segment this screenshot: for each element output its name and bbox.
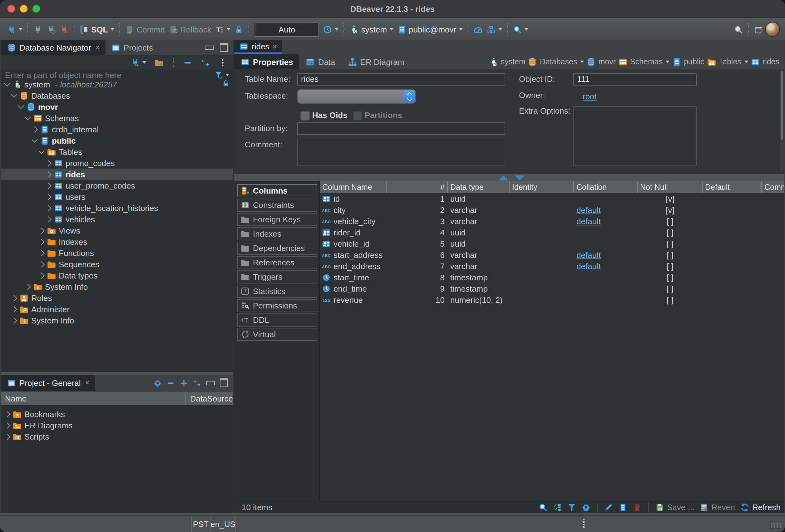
expander-chevron-right-icon[interactable] [45,194,52,200]
collapse-all-button[interactable] [181,56,194,68]
not-null-cell[interactable]: [v] [638,204,703,216]
not-null-cell[interactable]: [ ] [638,283,703,294]
column-row-vehicle-city[interactable]: ABCvehicle_city3varchardefault[ ] [320,216,784,227]
nav-new-connection-button[interactable] [129,56,148,68]
disconnect-button[interactable] [57,23,71,35]
column-row-rider-id[interactable]: rider_id4uuid[ ] [320,227,784,238]
new-connection-button[interactable] [5,23,24,35]
column-row-start-address[interactable]: ABCstart_address6varchardefault[ ] [320,249,784,260]
nav-new-folder-button[interactable] [152,56,166,68]
has-oids-checkbox[interactable] [300,111,310,121]
minimize-panel-icon[interactable] [206,381,215,385]
expander-chevron-down-icon[interactable] [4,80,10,86]
maximize-window-button[interactable] [32,5,40,12]
chevron-down-icon[interactable] [744,60,748,63]
commit-button[interactable]: Commit [123,23,167,35]
expander-chevron-right-icon[interactable] [11,306,17,312]
tree-item-administer[interactable]: Administer [1,303,233,315]
tree-item-data-types[interactable]: Data types [1,270,233,281]
tab-projects[interactable]: Projects [105,40,159,55]
column-row-id[interactable]: id1uuid[v] [320,193,784,204]
expander-chevron-right-icon[interactable] [39,261,45,267]
sidebar-tab-indexes[interactable]: Indexes [237,227,317,240]
quick-search-button[interactable] [732,23,745,35]
connect-button[interactable] [31,23,44,35]
column-header-not-null[interactable]: Not Null [638,181,703,193]
chevron-right-icon[interactable] [4,411,10,417]
collapse-up-icon[interactable] [498,175,508,180]
collation-default-link[interactable]: default [576,217,601,226]
maximize-panel-icon[interactable] [220,43,228,52]
tree-item-schemas[interactable]: Schemas [1,112,233,124]
link-editor-icon[interactable] [193,379,201,387]
not-null-cell[interactable]: [ ] [638,227,703,238]
expander-chevron-right-icon[interactable] [45,171,52,177]
search-metadata-button[interactable] [510,23,530,35]
close-tab-icon[interactable]: × [96,43,100,52]
tree-item-system[interactable]: system- localhost:26257 [1,79,233,90]
close-tab-icon[interactable]: × [272,42,277,51]
commit-mode-combo[interactable]: Auto [255,22,319,36]
table-name-input[interactable]: rides [297,73,505,85]
tree-item-roles[interactable]: Roles [1,292,233,303]
resize-grip[interactable] [770,522,781,529]
tab-database-navigator[interactable]: Database Navigator× [1,40,105,55]
expander-chevron-right-icon[interactable] [45,205,52,211]
subtab-data[interactable]: Data [300,54,341,69]
transaction-log-button[interactable]: T [213,23,233,35]
delete-trash-icon[interactable] [633,503,642,512]
project-settings-icon[interactable] [154,379,162,387]
chevron-right-icon[interactable] [4,433,10,439]
project-item-scripts[interactable]: Scripts [1,431,233,442]
project-item-bookmarks[interactable]: Bookmarks [1,408,233,420]
column-row-revenue[interactable]: 123revenue10numeric(10, 2)[ ] [320,294,784,305]
column-header--[interactable]: # [386,181,448,193]
expander-chevron-right-icon[interactable] [39,272,45,278]
column-header-data-type[interactable]: Data type [448,181,510,193]
column-header-column-name[interactable]: Column Name [320,181,386,193]
tree-item-functions[interactable]: Functions [1,247,233,258]
expander-chevron-right-icon[interactable] [39,227,45,233]
tree-item-vehicles[interactable]: vehicles [1,213,233,225]
breadcrumb-item-rides[interactable]: rides [751,57,779,67]
timezone-cell[interactable]: PST [192,516,210,532]
sidebar-tab-dependencies[interactable]: Dependencies [237,242,317,255]
tree-item-sequences[interactable]: Sequences [1,258,233,270]
tree-item-system-info[interactable]: System Info [1,315,233,326]
tree-item-movr[interactable]: movr [1,101,233,112]
expander-chevron-down-icon[interactable] [18,103,24,109]
chevron-down-icon[interactable] [666,60,669,63]
save-button[interactable]: Save ... [655,503,694,512]
subtab-er-diagram[interactable]: ER Diagram [341,54,411,69]
column-header-comment[interactable]: Comment [762,181,784,193]
comment-textarea[interactable] [297,138,505,166]
column-header-datasource[interactable]: DataSource [186,394,233,403]
collapse-all-icon[interactable] [167,379,175,387]
open-perspective-button[interactable] [752,23,765,35]
sidebar-tab-ddl[interactable]: TDDL [237,313,317,327]
column-header-identity[interactable]: Identity [510,181,574,193]
locale-cell[interactable]: en_US [210,516,235,532]
edit-pencil-icon[interactable] [604,503,613,512]
minimize-panel-icon[interactable] [205,45,213,50]
sidebar-tab-constraints[interactable]: Constraints [237,199,317,212]
tree-item-public[interactable]: public [1,135,233,146]
column-row-city[interactable]: ABCcity2varchardefault[v] [320,204,784,216]
tree-item-crdb-internal[interactable]: crdb_internal [1,124,233,135]
not-null-cell[interactable]: [ ] [638,260,703,272]
expander-chevron-right-icon[interactable] [11,317,17,324]
extra-options-textarea[interactable] [573,106,697,166]
subtab-properties[interactable]: Properties [234,54,300,69]
breadcrumb-item-movr[interactable]: movr [586,57,616,67]
expander-chevron-right-icon[interactable] [45,160,52,166]
expander-chevron-right-icon[interactable] [45,182,52,188]
horizontal-splitter[interactable] [1,372,233,375]
not-null-cell[interactable]: [ ] [638,272,703,283]
tree-item-vehicle-location-histories[interactable]: vehicle_location_histories [1,202,233,213]
not-null-cell[interactable]: [ ] [638,216,703,227]
sync-columns-icon[interactable] [553,503,562,512]
column-header-default[interactable]: Default [703,181,762,193]
breadcrumb-item-public[interactable]: public [672,57,704,67]
sql-editor-button[interactable]: SQL [77,23,116,35]
column-header-name[interactable]: Name [1,391,186,405]
